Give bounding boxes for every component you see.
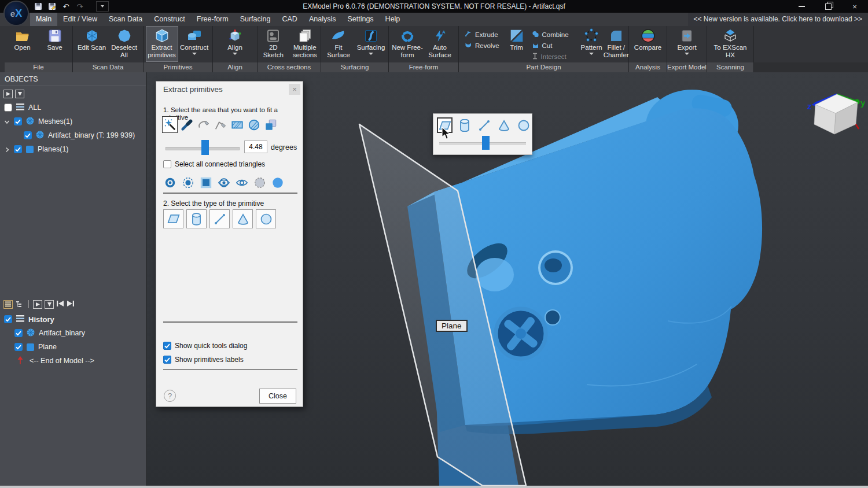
history-step-down-icon[interactable] bbox=[45, 300, 54, 309]
menu-help[interactable]: Help bbox=[380, 13, 406, 26]
open-button[interactable]: Open bbox=[6, 26, 39, 62]
show-primitives-labels-checkbox[interactable]: Show primitives labels bbox=[163, 356, 244, 364]
history-skip-end-icon[interactable] bbox=[67, 299, 75, 309]
history-root-item[interactable]: History bbox=[4, 314, 54, 324]
fillet-chamfer-button[interactable]: Fillet / Chamfer bbox=[603, 26, 630, 62]
select-visible-tool[interactable] bbox=[162, 174, 178, 191]
fit-surface-button[interactable]: Fit Surface bbox=[322, 26, 355, 62]
chevron-down-icon[interactable] bbox=[4, 119, 10, 124]
tree-item-meshes[interactable]: Meshes(1) bbox=[4, 116, 72, 127]
help-icon[interactable]: ? bbox=[164, 390, 176, 402]
deselect-region-tool[interactable] bbox=[252, 174, 267, 191]
deselect-all-button[interactable]: Deselect All bbox=[108, 26, 141, 62]
pattern-button[interactable]: Pattern bbox=[580, 26, 603, 62]
menu-surfacing[interactable]: Surfacing bbox=[234, 13, 277, 26]
extract-primitives-button[interactable]: Extract primitives bbox=[146, 26, 178, 62]
revolve-button[interactable]: Revolve bbox=[465, 42, 499, 50]
compare-button[interactable]: Compare bbox=[631, 26, 665, 62]
trim-button[interactable]: Trim bbox=[509, 26, 525, 62]
menu-analysis[interactable]: Analysis bbox=[303, 13, 342, 26]
primitive-plane-button[interactable] bbox=[163, 209, 183, 228]
checkbox-checked[interactable] bbox=[163, 342, 171, 350]
surfacing-button[interactable]: Surfacing bbox=[355, 26, 387, 62]
history-plane-checkbox[interactable] bbox=[14, 343, 23, 351]
select-all-connected-checkbox[interactable]: Select all connected triangles bbox=[163, 160, 265, 168]
history-tree-view-icon[interactable] bbox=[15, 300, 24, 309]
quick-sphere-tool[interactable] bbox=[516, 117, 531, 133]
select-area-tool[interactable] bbox=[198, 174, 214, 191]
edit-scan-button[interactable]: Edit Scan bbox=[76, 26, 108, 62]
history-skip-start-icon[interactable] bbox=[56, 299, 64, 309]
primitive-cone-button[interactable] bbox=[233, 209, 253, 228]
brush-select-tool[interactable] bbox=[179, 116, 194, 133]
hide-selection-tool[interactable] bbox=[216, 174, 231, 191]
close-button[interactable]: × bbox=[841, 0, 868, 13]
dialog-title[interactable]: Extract primitives bbox=[156, 82, 303, 97]
primitive-sphere-button[interactable] bbox=[256, 209, 276, 228]
menu-construct[interactable]: Construct bbox=[148, 13, 191, 26]
chevron-right-icon[interactable] bbox=[4, 146, 10, 152]
menu-cad[interactable]: CAD bbox=[276, 13, 303, 26]
quick-cone-tool[interactable] bbox=[496, 117, 512, 133]
tree-item-all[interactable]: ALL bbox=[4, 102, 41, 113]
history-checkbox[interactable] bbox=[4, 315, 12, 323]
history-play-icon[interactable] bbox=[33, 300, 42, 309]
rectangle-select-tool[interactable] bbox=[229, 116, 245, 133]
menu-free-form[interactable]: Free-form bbox=[191, 13, 234, 26]
save-button[interactable]: Save bbox=[39, 26, 71, 62]
extrude-button[interactable]: Extrude bbox=[465, 31, 499, 39]
menu-scan-data[interactable]: Scan Data bbox=[103, 13, 148, 26]
update-notification-link[interactable]: << New version is available. Click here … bbox=[688, 13, 868, 26]
align-button[interactable]: Align bbox=[219, 26, 251, 62]
orientation-cube[interactable]: z y bbox=[807, 88, 865, 136]
checkbox-unchecked[interactable] bbox=[163, 160, 171, 168]
quick-cylinder-tool[interactable] bbox=[457, 117, 472, 133]
angle-value-input[interactable] bbox=[244, 141, 267, 153]
combine-button[interactable]: Combine bbox=[532, 31, 569, 39]
select-all-tool[interactable] bbox=[270, 174, 285, 191]
intersect-button[interactable]: Intersect bbox=[532, 53, 569, 61]
cut-button[interactable]: Cut bbox=[532, 42, 569, 50]
history-artifact-checkbox[interactable] bbox=[14, 329, 23, 337]
collapse-filter-icon[interactable] bbox=[15, 90, 24, 98]
show-quick-tools-checkbox[interactable]: Show quick tools dialog bbox=[163, 342, 247, 350]
through-planes-tool[interactable] bbox=[263, 116, 278, 133]
artifact-checkbox[interactable] bbox=[24, 131, 32, 139]
all-checkbox[interactable] bbox=[4, 103, 12, 112]
plane-primitive-label[interactable]: Plane bbox=[436, 320, 468, 332]
dialog-close-button[interactable]: Close bbox=[259, 389, 296, 404]
new-freeform-button[interactable]: New Free-form bbox=[391, 26, 424, 62]
checkbox-checked[interactable] bbox=[163, 356, 171, 364]
planes-checkbox[interactable] bbox=[14, 145, 22, 153]
minimize-button[interactable] bbox=[788, 0, 815, 13]
menu-settings[interactable]: Settings bbox=[341, 13, 379, 26]
polyline-select-tool[interactable] bbox=[212, 116, 228, 133]
construct-button[interactable]: Construct bbox=[178, 26, 211, 62]
circle-select-tool[interactable] bbox=[246, 116, 262, 133]
expand-all-icon[interactable] bbox=[3, 90, 13, 98]
quick-tolerance-slider-handle[interactable] bbox=[482, 136, 490, 150]
tree-item-planes[interactable]: Planes(1) bbox=[4, 144, 69, 154]
dialog-close-icon[interactable]: × bbox=[289, 84, 300, 95]
2d-sketch-button[interactable]: 2D Sketch bbox=[258, 26, 289, 62]
lasso-select-tool[interactable] bbox=[196, 116, 211, 133]
quick-line-tool[interactable] bbox=[476, 117, 492, 133]
restore-button[interactable] bbox=[815, 0, 841, 13]
select-through-tool[interactable] bbox=[180, 174, 196, 191]
tree-item-artifact-binary[interactable]: Artifact_binary (T: 199 939) bbox=[24, 130, 135, 141]
menu-main[interactable]: Main bbox=[30, 13, 57, 26]
angle-slider-handle[interactable] bbox=[201, 140, 209, 155]
to-exscan-button[interactable]: To EXScan HX bbox=[711, 26, 749, 62]
history-list-view-icon[interactable] bbox=[3, 300, 13, 309]
history-item-artifact[interactable]: Artifact_binary bbox=[14, 328, 85, 338]
meshes-checkbox[interactable] bbox=[14, 117, 22, 125]
multiple-sections-button[interactable]: Multiple sections bbox=[289, 26, 321, 62]
primitive-line-button[interactable] bbox=[209, 209, 230, 228]
history-end-marker[interactable]: <-- End of Model --> bbox=[17, 356, 94, 366]
show-selection-tool[interactable] bbox=[234, 174, 249, 191]
auto-surface-button[interactable]: A Auto Surface bbox=[424, 26, 456, 62]
primitive-cylinder-button[interactable] bbox=[186, 209, 207, 228]
history-item-plane[interactable]: Plane bbox=[14, 342, 57, 352]
magic-wand-tool[interactable] bbox=[162, 116, 178, 133]
export-button[interactable]: Export bbox=[670, 26, 704, 62]
